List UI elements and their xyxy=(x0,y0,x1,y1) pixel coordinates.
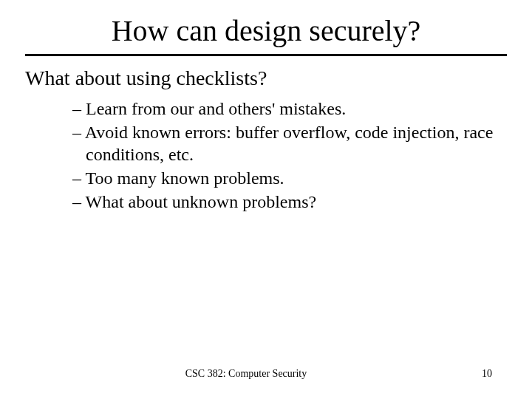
slide-footer: CSC 382: Computer Security 10 xyxy=(0,368,532,380)
slide-subheading: What about using checklists? xyxy=(25,66,507,90)
list-item: What about unknown problems? xyxy=(72,191,507,213)
bullet-list: Learn from our and others' mistakes. Avo… xyxy=(25,98,507,213)
footer-page-number: 10 xyxy=(482,368,492,380)
list-item: Learn from our and others' mistakes. xyxy=(72,98,507,120)
slide-title: How can design securely? xyxy=(25,13,507,48)
list-item: Avoid known errors: buffer overflow, cod… xyxy=(72,121,507,166)
slide: How can design securely? What about usin… xyxy=(0,0,532,399)
footer-course-label: CSC 382: Computer Security xyxy=(0,368,492,380)
title-underline xyxy=(25,54,507,56)
list-item: Too many known problems. xyxy=(72,167,507,189)
